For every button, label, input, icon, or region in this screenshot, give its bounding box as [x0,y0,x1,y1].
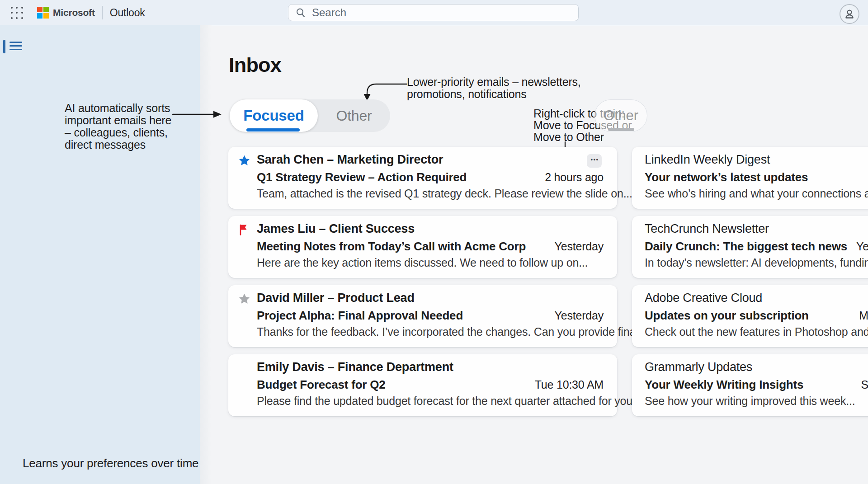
page-title: Inbox [229,53,281,77]
email-sender: Sarah Chen – Marketing Director [257,152,604,167]
annotation-line: important emails here [65,114,171,127]
other-column-tab-label: Other [604,108,638,124]
focused-email-card[interactable]: David Miller – Product LeadProject Alpha… [228,285,617,347]
focused-email-card[interactable]: Sarah Chen – Marketing DirectorQ1 Strate… [228,147,617,209]
star-icon[interactable] [238,152,257,209]
other-email-card[interactable]: LinkedIn Weekly DigestYour network’s lat… [632,147,868,209]
email-subject-row: Q1 Strategy Review – Action Required2 ho… [257,170,604,184]
email-subject-row: Daily Crunch: The biggest tech newsYeste… [645,240,868,253]
annotation-line: AI automatically sorts [65,102,171,114]
search-icon [296,8,306,18]
other-email-card[interactable]: Grammarly UpdatesYour Weekly Writing Ins… [632,354,868,416]
email-timestamp: Tue 10:30 AM [526,378,604,391]
email-subject: Project Alpha: Final Approval Needed [257,309,463,322]
account-button[interactable] [840,4,859,24]
email-timestamp: Yesterday [546,309,604,322]
email-preview: See who’s hiring and what your connectio… [645,187,868,200]
email-subject-row: Your network’s latest updatesToday [645,170,868,184]
email-preview: In today’s newsletter: AI developments, … [645,256,868,269]
arrow-to-focused-tab [171,108,223,120]
outlook-window: Microsoft Outlook AI automatically sorts… [0,0,868,484]
other-column-tab[interactable]: Other [594,99,647,132]
microsoft-logo-icon [37,7,49,19]
tab-other[interactable]: Other [318,99,390,132]
email-sender: James Liu – Client Success [257,221,604,236]
email-preview: Here are the key action items discussed.… [257,256,604,269]
email-content: David Miller – Product LeadProject Alpha… [257,291,604,347]
email-subject: Meeting Notes from Today’s Call with Acm… [257,240,526,253]
top-bar: Microsoft Outlook [0,0,868,26]
email-timestamp: Monday [850,309,868,322]
brand-divider [102,6,103,19]
microsoft-label: Microsoft [53,7,95,18]
tab-focused-label: Focused [243,107,304,124]
annotation-other-tab: Lower-priority emails – newsletters, pro… [407,76,581,100]
email-subject: Daily Crunch: The biggest tech news [645,240,847,253]
nav-accent-bar [3,40,5,53]
focused-email-card[interactable]: James Liu – Client SuccessMeeting Notes … [228,216,617,278]
app-launcher-icon[interactable] [11,7,24,19]
icon-spacer [238,360,257,416]
email-timestamp: Yesterday [847,240,868,253]
email-subject: Budget Forecast for Q2 [257,378,386,391]
more-options-button[interactable]: ••• [587,154,602,168]
email-sender: Grammarly Updates [645,360,868,375]
email-timestamp: Sunday [852,378,868,391]
email-timestamp: 2 hours ago [536,171,604,184]
hamburger-menu-icon[interactable] [9,42,22,52]
email-content: Sarah Chen – Marketing DirectorQ1 Strate… [257,152,604,209]
annotation-line: – colleagues, clients, [65,127,171,139]
annotation-line: promotions, notifications [407,88,581,100]
annotation-line: Lower-priority emails – newsletters, [407,76,581,88]
tab-active-underline [246,128,300,132]
email-subject-row: Budget Forecast for Q2Tue 10:30 AM [257,378,604,391]
email-timestamp: Today [860,171,868,184]
email-preview: Thanks for the feedback. I’ve incorporat… [257,325,604,338]
star-icon[interactable] [238,291,257,347]
email-timestamp: Yesterday [546,240,604,253]
email-subject: Q1 Strategy Review – Action Required [257,170,467,184]
email-subject-row: Your Weekly Writing InsightsSunday [645,378,868,391]
email-subject: Your Weekly Writing Insights [645,378,803,391]
tab-focused[interactable]: Focused [230,99,318,132]
annotation-ai-sorting: AI automatically sorts important emails … [65,102,171,151]
inbox-tabs: Focused Other [230,99,390,132]
email-sender: David Miller – Product Lead [257,291,604,305]
email-subject: Updates on your subscription [645,309,809,322]
brand-area: Microsoft Outlook [37,0,145,25]
email-sender: Adobe Creative Cloud [645,291,868,305]
email-subject-row: Updates on your subscriptionMonday [645,309,868,322]
annotation-learns-preferences: Learns your preferences over time [23,457,198,470]
email-subject-row: Project Alpha: Final Approval NeededYest… [257,309,604,322]
email-preview: Please find the updated budget forecast … [257,395,604,408]
other-email-card[interactable]: Adobe Creative CloudUpdates on your subs… [632,285,868,347]
other-email-list: LinkedIn Weekly DigestYour network’s lat… [632,147,868,423]
focused-email-list: Sarah Chen – Marketing DirectorQ1 Strate… [228,147,617,423]
annotation-line: direct messages [65,139,171,151]
flag-icon[interactable] [238,221,257,278]
email-sender: LinkedIn Weekly Digest [645,152,868,167]
search-box[interactable] [288,4,579,21]
email-subject-row: Meeting Notes from Today’s Call with Acm… [257,240,604,253]
other-email-card[interactable]: TechCrunch NewsletterDaily Crunch: The b… [632,216,868,278]
other-tab-underline [608,128,634,131]
focused-email-card[interactable]: Emily Davis – Finance DepartmentBudget F… [228,354,617,416]
email-content: Emily Davis – Finance DepartmentBudget F… [257,360,604,416]
email-preview: Team, attached is the revised Q1 strateg… [257,187,604,200]
email-subject: Your network’s latest updates [645,170,808,184]
email-sender: TechCrunch Newsletter [645,221,868,236]
sidebar [0,25,200,484]
product-name: Outlook [110,7,145,19]
search-input[interactable] [311,6,557,19]
person-icon [844,8,855,20]
email-preview: See how your writing improved this week.… [645,395,868,408]
email-content: James Liu – Client SuccessMeeting Notes … [257,221,604,278]
email-preview: Check out the new features in Photoshop … [645,325,868,338]
email-sender: Emily Davis – Finance Department [257,360,604,375]
panel-divider [200,25,212,484]
